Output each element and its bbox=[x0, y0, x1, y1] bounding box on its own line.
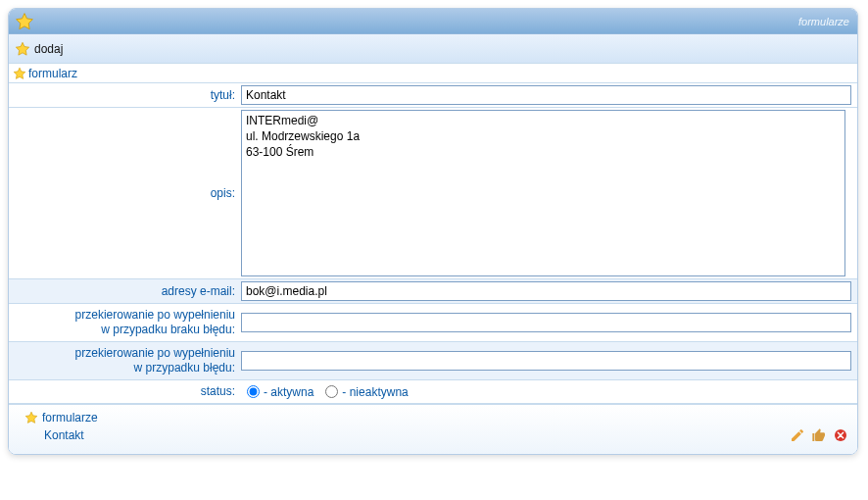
status-active-radio[interactable] bbox=[247, 385, 260, 398]
label-desc: opis: bbox=[19, 108, 239, 278]
redirect-ok-input[interactable] bbox=[241, 313, 851, 332]
footer-item[interactable]: Kontakt bbox=[44, 428, 84, 442]
section-header: formularz bbox=[9, 64, 857, 83]
form-body: tytuł: opis: adresy e-mail: przekierowan… bbox=[9, 83, 857, 404]
main-panel: formularze dodaj formularz tytuł: opis: bbox=[8, 8, 858, 455]
row-redirect-ok: przekierowanie po wypełnieniu w przypadk… bbox=[9, 304, 857, 342]
header-title: formularze bbox=[798, 16, 849, 27]
redirect-err-input[interactable] bbox=[241, 351, 851, 371]
star-icon bbox=[24, 411, 38, 425]
label-status: status: bbox=[19, 380, 239, 403]
row-redirect-err: przekierowanie po wypełnieniu w przypadk… bbox=[9, 342, 857, 380]
toolbar: dodaj bbox=[9, 34, 857, 64]
section-title: formularz bbox=[28, 67, 77, 80]
status-active-option[interactable]: - aktywna bbox=[247, 385, 313, 399]
label-redirect-err-l1: przekierowanie po wypełnieniu bbox=[75, 346, 235, 361]
add-button-label[interactable]: dodaj bbox=[34, 42, 63, 56]
star-icon bbox=[15, 41, 30, 57]
title-input[interactable] bbox=[241, 85, 851, 105]
label-redirect-ok-l2: w przypadku braku błędu: bbox=[101, 323, 235, 337]
status-inactive-radio[interactable] bbox=[325, 385, 338, 398]
footer: formularze Kontakt bbox=[9, 404, 857, 454]
thumb-icon[interactable] bbox=[810, 426, 828, 444]
label-redirect-ok-l1: przekierowanie po wypełnieniu bbox=[75, 308, 235, 323]
header-bar: formularze bbox=[9, 9, 857, 34]
label-title: tytuł: bbox=[19, 83, 239, 107]
label-redirect-err: przekierowanie po wypełnieniu w przypadk… bbox=[19, 342, 239, 379]
edit-icon[interactable] bbox=[789, 426, 806, 444]
star-icon bbox=[13, 67, 26, 80]
emails-input[interactable] bbox=[241, 281, 851, 301]
star-icon bbox=[15, 12, 34, 31]
status-active-label: - aktywna bbox=[264, 385, 313, 399]
footer-group[interactable]: formularze bbox=[42, 411, 98, 425]
label-redirect-ok: przekierowanie po wypełnieniu w przypadk… bbox=[19, 304, 239, 341]
label-redirect-err-l2: w przypadku błędu: bbox=[134, 361, 235, 375]
close-icon[interactable] bbox=[832, 426, 849, 444]
desc-textarea[interactable] bbox=[241, 110, 845, 276]
label-emails: adresy e-mail: bbox=[19, 279, 239, 303]
row-title: tytuł: bbox=[9, 83, 857, 108]
row-status: status: - aktywna - nieaktywna bbox=[9, 380, 857, 404]
row-emails: adresy e-mail: bbox=[9, 279, 857, 304]
row-desc: opis: bbox=[9, 108, 857, 279]
status-inactive-label: - nieaktywna bbox=[342, 385, 408, 399]
status-inactive-option[interactable]: - nieaktywna bbox=[325, 385, 408, 399]
